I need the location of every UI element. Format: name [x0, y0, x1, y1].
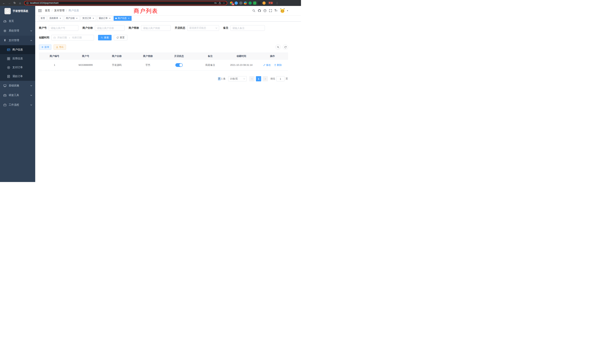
status-toggle[interactable] [175, 63, 183, 67]
merchant-table: 商户编号 商户号 商户全称 商户简称 开启状态 备注 创建时间 操作 1 M23… [39, 53, 288, 71]
close-tab-icon[interactable]: × [128, 17, 130, 20]
page-size-select[interactable]: 10条/页 [228, 76, 247, 81]
page-number-button[interactable]: 1 [256, 76, 261, 81]
tab-process-form[interactable]: 流程表单 × [48, 16, 63, 21]
add-button-label: 新增 [44, 46, 49, 49]
reset-button[interactable]: 重置 [114, 35, 127, 40]
merchant-full-name-input[interactable] [95, 25, 125, 31]
extension-icon[interactable]: 10 [230, 1, 233, 5]
extension-icon[interactable] [248, 1, 252, 5]
extension-icon[interactable] [239, 1, 242, 5]
chevron-down-icon [30, 85, 32, 87]
edit-row-button[interactable]: 修改 [263, 63, 271, 67]
search-icon [277, 46, 279, 48]
download-icon [56, 46, 58, 48]
extension-icon[interactable] [244, 1, 247, 5]
column-header-short-name: 商户简称 [132, 54, 163, 58]
browser-reload-icon[interactable]: ↻ [13, 1, 17, 5]
merchant-no-input[interactable] [49, 25, 78, 31]
refresh-table-button[interactable] [283, 44, 288, 50]
bookmark-star-icon[interactable]: ☆ [223, 2, 225, 4]
edit-icon [263, 64, 265, 66]
hamburger-icon[interactable] [38, 9, 42, 12]
font-size-small-glyph: T [276, 10, 277, 12]
goto-page-input[interactable] [276, 76, 284, 81]
browser-menu-icon[interactable]: ⋮ [276, 1, 278, 4]
cell-full-name: 芋道源码 [101, 63, 132, 67]
sidebar-item-app-info[interactable]: 应用信息 [0, 54, 35, 63]
breadcrumb-payment[interactable]: 支付管理 [54, 9, 64, 12]
toggle-search-button[interactable] [275, 44, 281, 50]
tab-refund-order[interactable]: 退款订单 × [97, 16, 113, 21]
share-icon[interactable] [218, 2, 221, 4]
fullscreen-icon[interactable] [269, 9, 272, 12]
delete-label: 删除 [277, 63, 282, 67]
browser-home-icon[interactable]: ⌂ [18, 1, 22, 5]
site-info-icon[interactable] [26, 2, 29, 4]
password-key-icon[interactable] [214, 2, 217, 4]
sidebar-item-merchant-info[interactable]: 商户信息 [0, 45, 35, 54]
cell-short-name: 芋艿 [132, 63, 163, 67]
form-item-status: 开启状态 请选择开启状态 [175, 25, 219, 31]
sidebar-item-dev-tools[interactable]: 研发工具 [0, 90, 35, 100]
sidebar-item-payment[interactable]: ¥ 支付管理 [0, 36, 35, 45]
close-tab-icon[interactable]: × [59, 17, 62, 20]
github-icon[interactable] [258, 9, 261, 12]
tab-user-group[interactable]: 用户分组 × [64, 16, 80, 21]
date-range-separator: - [68, 36, 71, 39]
tab-home[interactable]: 首页 [39, 16, 47, 21]
add-button[interactable]: 新增 [39, 44, 51, 50]
column-header-merchant-no: 商户号 [70, 54, 101, 58]
font-size-icon[interactable]: T T [275, 9, 278, 12]
remark-input[interactable] [230, 25, 265, 31]
extension-icon[interactable] [258, 1, 261, 5]
close-tab-icon[interactable]: × [92, 17, 95, 20]
merchant-short-name-input[interactable] [141, 25, 171, 31]
browser-back-icon[interactable]: ← [2, 1, 6, 5]
export-button[interactable]: 导出 [54, 44, 66, 50]
search-icon[interactable] [252, 9, 255, 12]
tab-pay-order[interactable]: 支付订单 × [81, 16, 96, 21]
url-text[interactable]: localhost:1024/pay/merchant [30, 2, 58, 4]
extension-icon[interactable] [253, 1, 256, 5]
sidebar-item-label: 支付管理 [9, 39, 28, 42]
create-time-range-picker[interactable]: 开始日期 - 结束日期 [51, 35, 94, 40]
close-tab-icon[interactable]: × [109, 17, 111, 20]
field-label: 商户全称 [83, 26, 93, 30]
close-tab-icon[interactable]: × [76, 17, 78, 20]
refresh-icon [284, 46, 287, 48]
sidebar-item-infrastructure[interactable]: 基础设施 [0, 81, 35, 90]
page-content: 商户号 商户全称 商户简称 开启状态 请选择开启状态 [35, 21, 301, 81]
sidebar-item-home[interactable]: 首页 [0, 16, 35, 26]
chevron-up-icon [30, 40, 32, 42]
goto-label: 前往 [270, 77, 275, 80]
date-end-placeholder: 结束日期 [72, 36, 82, 39]
search-button[interactable]: 搜索 [98, 35, 112, 40]
sidebar-item-system[interactable]: 系统管理 [0, 26, 35, 36]
browser-forward-icon[interactable]: → [7, 1, 11, 5]
status-select[interactable]: 请选择开启状态 [187, 25, 219, 31]
app-logo[interactable]: 芋道管理系统 [0, 6, 35, 16]
sidebar-item-refund-order[interactable]: 退款订单 [0, 72, 35, 81]
breadcrumb-home[interactable]: 首页 [45, 9, 50, 12]
help-icon[interactable] [263, 9, 267, 12]
rabbit-logo-icon [4, 8, 11, 14]
profile-avatar-icon[interactable] [262, 1, 266, 5]
address-bar[interactable]: localhost:1024/pay/merchant ☆ [24, 1, 227, 5]
trash-icon [274, 64, 276, 66]
user-dropdown-caret-icon[interactable]: ▾ [287, 10, 288, 12]
sidebar-item-label: 应用信息 [12, 57, 32, 60]
select-placeholder: 请选择开启状态 [189, 26, 215, 30]
next-page-button[interactable] [263, 76, 268, 81]
extension-icon[interactable] [235, 1, 238, 5]
sidebar-item-pay-order[interactable]: 支付订单 [0, 63, 35, 72]
delete-row-button[interactable]: 删除 [274, 63, 282, 67]
user-avatar[interactable] [280, 8, 285, 13]
prev-page-button[interactable] [249, 76, 255, 81]
sidebar-item-workflow[interactable]: 工作流程 [0, 100, 35, 110]
browser-update-button[interactable]: 更新 [268, 1, 273, 5]
tab-merchant-info[interactable]: 商户信息 × [114, 16, 132, 21]
sidebar: 芋道管理系统 首页 系统管理 ¥ 支付管理 商户信息 [0, 6, 35, 182]
sidebar-menu: 首页 系统管理 ¥ 支付管理 商户信息 应用信息 [0, 16, 35, 110]
field-label: 创建时间 [39, 36, 49, 39]
